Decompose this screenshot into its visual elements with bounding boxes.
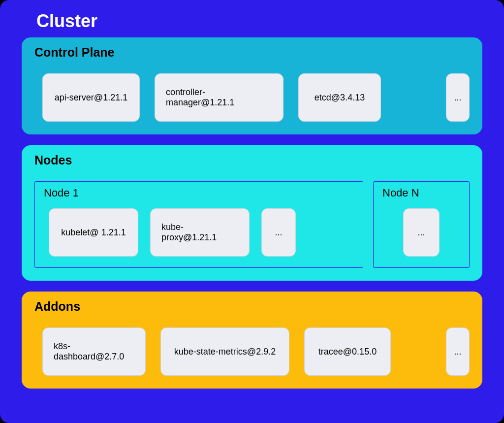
control-plane-row: api-server@1.21.1 controller-manager@1.2… (34, 73, 470, 122)
component-card: kube-proxy@1.21.1 (150, 208, 250, 257)
nodes-section: Nodes Node 1 kubelet@ 1.21.1 kube-proxy@… (22, 145, 482, 281)
node-n-row: ... (382, 208, 460, 257)
addons-row: k8s-dashboard@2.7.0 kube-state-metrics@2… (34, 327, 470, 376)
more-card: ... (446, 327, 470, 376)
nodes-title: Nodes (34, 153, 470, 167)
addons-section: Addons k8s-dashboard@2.7.0 kube-state-me… (22, 292, 482, 389)
more-card: ... (261, 208, 296, 257)
component-card: tracee@0.15.0 (304, 327, 391, 376)
node-1-title: Node 1 (44, 187, 354, 199)
more-card: ... (403, 208, 440, 257)
cluster-title: Cluster (36, 11, 482, 32)
node-1-row: kubelet@ 1.21.1 kube-proxy@1.21.1 ... (44, 208, 354, 257)
spacer (406, 327, 431, 376)
addons-title: Addons (34, 299, 470, 314)
spacer (396, 73, 431, 122)
component-card: kubelet@ 1.21.1 (49, 208, 138, 257)
more-card: ... (446, 73, 470, 122)
control-plane-title: Control Plane (34, 45, 470, 60)
component-card: controller-manager@1.21.1 (155, 73, 284, 122)
nodes-row: Node 1 kubelet@ 1.21.1 kube-proxy@1.21.1… (34, 181, 470, 268)
component-card: kube-state-metrics@2.9.2 (160, 327, 289, 376)
node-n-box: Node N ... (373, 181, 470, 268)
node-n-title: Node N (382, 187, 460, 199)
component-card: k8s-dashboard@2.7.0 (42, 327, 146, 376)
component-card: etcd@3.4.13 (298, 73, 381, 122)
control-plane-section: Control Plane api-server@1.21.1 controll… (22, 37, 482, 134)
cluster-container: Cluster Control Plane api-server@1.21.1 … (0, 0, 504, 423)
node-1-box: Node 1 kubelet@ 1.21.1 kube-proxy@1.21.1… (34, 181, 363, 268)
component-card: api-server@1.21.1 (42, 73, 140, 122)
